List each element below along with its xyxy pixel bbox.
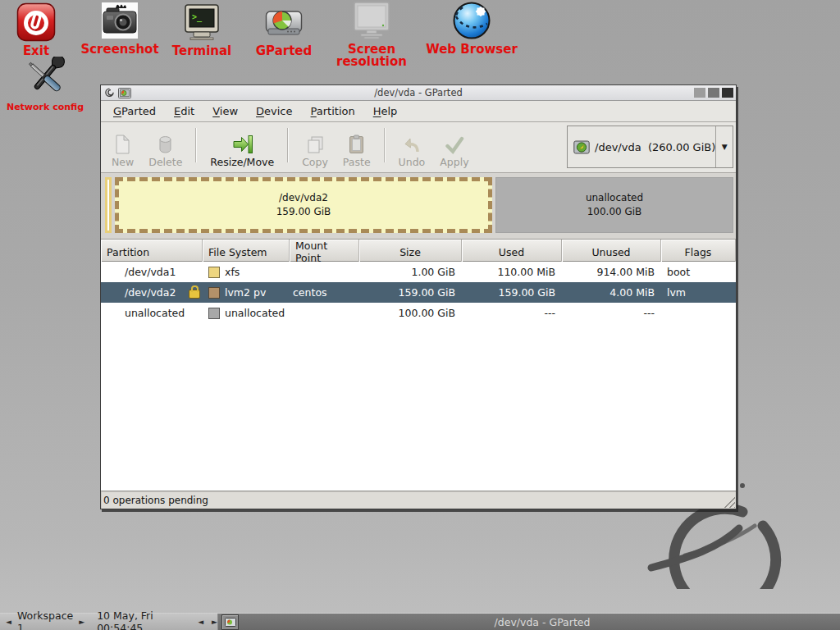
partition-graphic-area: /dev/vda2 159.00 GiB unallocated 100.00 … — [101, 173, 736, 240]
lock-icon — [189, 290, 200, 299]
new-button[interactable]: New — [104, 124, 141, 170]
filesystem-color-swatch — [208, 267, 220, 278]
desktop-icon-label: Network config — [0, 101, 90, 113]
column-header-size[interactable]: Size — [359, 240, 462, 264]
monitor-icon — [317, 0, 427, 41]
column-header-unused[interactable]: Unused — [562, 240, 661, 264]
partition-segment-unallocated[interactable]: unallocated 100.00 GiB — [495, 177, 733, 233]
apply-icon — [445, 131, 464, 156]
column-header-partition[interactable]: Partition — [101, 240, 203, 264]
menu-partition[interactable]: Partition — [302, 101, 364, 121]
device-selector[interactable]: /dev/vda (260.00 GiB) ▼ — [567, 126, 733, 168]
resize-move-icon — [231, 131, 253, 156]
task-title: /dev/vda - GParted — [495, 616, 591, 628]
table-empty-area — [101, 323, 736, 491]
disk-pie-icon — [246, 2, 322, 43]
menu-gparted[interactable]: GParted — [104, 101, 165, 121]
desktop-icon-screenshot[interactable]: Screenshot — [79, 0, 161, 56]
delete-icon — [158, 131, 172, 156]
workspace-next-arrow[interactable]: ► — [79, 614, 84, 630]
desktop-icon-exit[interactable]: Exit — [5, 2, 67, 57]
segment-size: 159.00 GiB — [276, 205, 331, 219]
column-header-flags[interactable]: Flags — [661, 240, 736, 264]
desktop-icon-network-config[interactable]: Network config — [0, 57, 90, 113]
segment-size: 100.00 GiB — [587, 205, 642, 219]
window-title: /dev/vda - GParted — [101, 87, 736, 98]
statusbar: 0 operations pending — [101, 491, 736, 509]
desktop-icon-gparted[interactable]: GParted — [246, 2, 322, 57]
new-partition-icon — [115, 131, 130, 156]
desktop-icon-label: GParted — [246, 45, 322, 57]
undo-button[interactable]: Undo — [391, 124, 433, 170]
minimize-button[interactable] — [694, 88, 705, 98]
svg-text:>_: >_ — [192, 12, 203, 22]
table-header: Partition File System Mount Point Size U… — [101, 240, 736, 262]
taskbar-task-button[interactable]: /dev/vda - GParted — [244, 614, 840, 630]
delete-button[interactable]: Delete — [141, 124, 189, 170]
taskbar: ◄ Workspace 1 ► 10 May, Fri 00:54:45 ◄ ►… — [0, 613, 840, 630]
table-row-selected[interactable]: /dev/vda2 lvm2 pv centos 159.00 GiB 159.… — [101, 282, 736, 303]
partition-segment-vda2-selected[interactable]: /dev/vda2 159.00 GiB — [115, 177, 492, 233]
toolbar-separator — [384, 128, 386, 162]
paste-button[interactable]: Paste — [336, 124, 378, 170]
close-button[interactable] — [722, 88, 733, 98]
menu-view[interactable]: View — [203, 101, 247, 121]
filesystem-color-swatch — [208, 308, 220, 319]
menu-device[interactable]: Device — [247, 101, 301, 121]
clock: 10 May, Fri 00:54:45 — [97, 609, 184, 630]
table-row[interactable]: unallocated unallocated 100.00 GiB --- -… — [101, 303, 736, 323]
workspace-prev-arrow[interactable]: ◄ — [6, 614, 11, 630]
taskbar-next-arrow[interactable]: ► — [212, 614, 217, 630]
maximize-button[interactable] — [708, 88, 719, 98]
resize-grip[interactable] — [723, 495, 735, 508]
desktop-icon-label: Screenshot — [79, 43, 161, 56]
desktop-icon-label: Web Browser — [422, 43, 521, 56]
column-header-used[interactable]: Used — [462, 240, 562, 264]
desktop-icon-label: Screen resolution — [317, 43, 427, 68]
partition-segment-vda1[interactable] — [105, 177, 112, 233]
filesystem-color-swatch — [208, 287, 220, 299]
menu-edit[interactable]: Edit — [165, 101, 203, 121]
copy-button[interactable]: Copy — [294, 124, 336, 170]
gparted-mini-icon — [225, 618, 236, 627]
desktop-icon-screen-resolution[interactable]: Screen resolution — [317, 0, 427, 68]
table-row[interactable]: /dev/vda1 xfs 1.00 GiB 110.00 MiB 914.00… — [101, 262, 736, 282]
gparted-window: /dev/vda - GParted GParted Edit View Dev… — [100, 84, 737, 509]
copy-icon — [307, 131, 324, 156]
workspace-label: Workspace 1 — [17, 609, 73, 630]
toolbar-separator — [287, 128, 289, 162]
apply-button[interactable]: Apply — [432, 124, 476, 170]
segment-name: /dev/vda2 — [279, 191, 328, 205]
taskbar-prev-arrow[interactable]: ◄ — [198, 614, 203, 630]
device-drive-icon — [573, 140, 590, 154]
desktop-icon-label: Terminal — [162, 45, 241, 57]
terminal-icon: >_ — [162, 2, 241, 43]
power-icon — [5, 2, 67, 43]
taskbar-gparted-icon-button[interactable] — [221, 614, 239, 630]
column-header-mountpoint[interactable]: Mount Point — [290, 240, 359, 264]
pending-operations-status: 0 operations pending — [103, 495, 208, 506]
tools-icon — [0, 57, 90, 98]
toolbar: New Delete Resize/Move Copy — [101, 122, 736, 173]
resize-move-button[interactable]: Resize/Move — [203, 124, 281, 170]
column-header-filesystem[interactable]: File System — [203, 240, 290, 264]
desktop-icon-terminal[interactable]: >_ Terminal — [162, 2, 241, 57]
segment-name: unallocated — [586, 191, 643, 205]
camera-icon — [79, 0, 161, 41]
window-titlebar[interactable]: /dev/vda - GParted — [101, 85, 736, 101]
menubar: GParted Edit View Device Partition Help — [101, 101, 736, 122]
desktop-icon-web-browser[interactable]: Web Browser — [422, 0, 521, 56]
menu-help[interactable]: Help — [364, 101, 407, 121]
taskbar-left-panel: ◄ Workspace 1 ► 10 May, Fri 00:54:45 ◄ ► — [0, 614, 218, 630]
toolbar-separator — [195, 128, 197, 162]
undo-icon — [403, 131, 421, 156]
chevron-down-icon: ▼ — [722, 143, 728, 151]
paste-icon — [349, 131, 364, 156]
desktop-icon-label: Exit — [5, 45, 67, 57]
device-selector-dropdown[interactable]: ▼ — [715, 126, 733, 167]
device-selector-label: /dev/vda (260.00 GiB) — [595, 141, 715, 153]
globe-icon — [422, 0, 521, 41]
